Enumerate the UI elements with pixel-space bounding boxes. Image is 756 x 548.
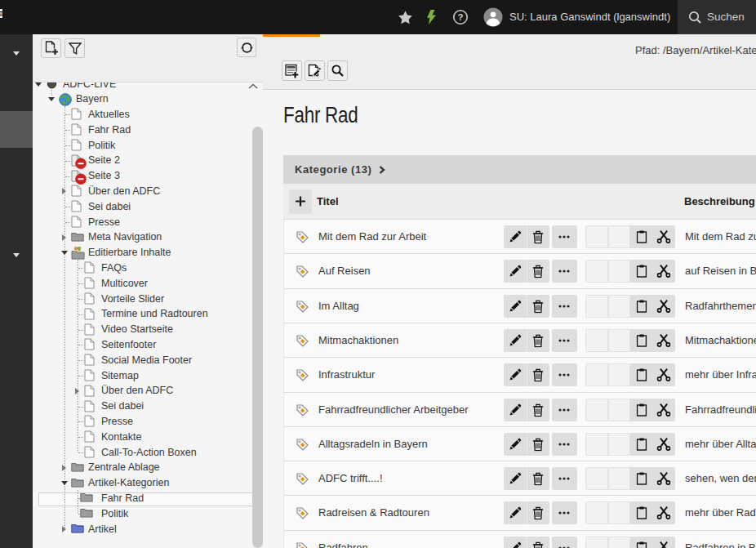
svg-text:?: ? [457,12,463,22]
